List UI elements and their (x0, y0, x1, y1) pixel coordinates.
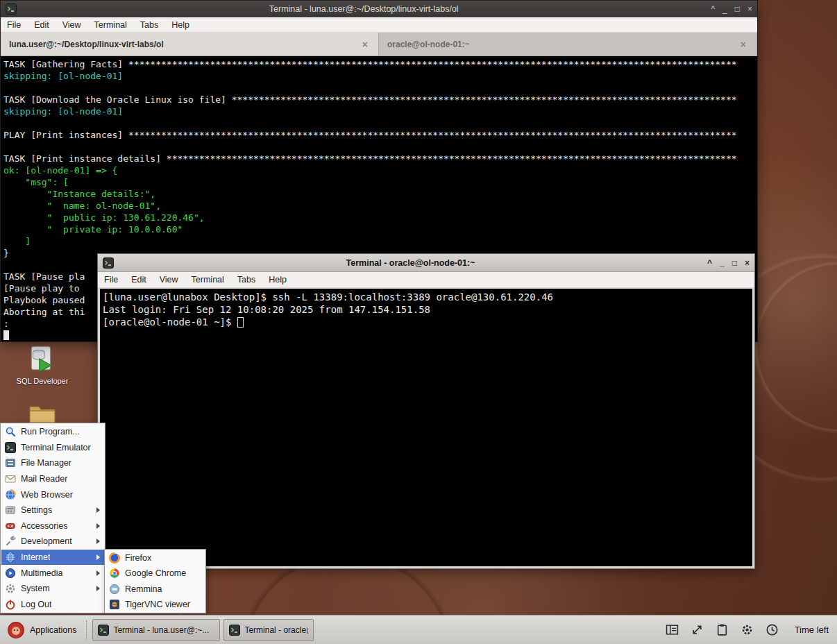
menu-item-firefox[interactable]: Firefox (105, 550, 205, 566)
applications-icon (7, 621, 25, 639)
terminal-line: ok: [ol-node-01] => { (3, 164, 757, 176)
taskbar-window-buttons: Terminal - luna.user@:~...Terminal - ora… (92, 619, 314, 641)
window-title: Terminal - luna.user@:~/Desktop/linux-vi… (22, 4, 706, 14)
layout-icon[interactable] (666, 623, 679, 636)
menu-item-mail-reader[interactable]: Mail Reader (1, 471, 104, 487)
tab-luna-user-desktop-linux-virt-labs-ol[interactable]: luna.user@:~/Desktop/linux-virt-labs/ol× (1, 33, 379, 56)
titlebar[interactable]: Terminal - oracle@ol-node-01:~ ^_□× (98, 254, 754, 272)
internet-icon (5, 552, 16, 563)
menubar-item-file[interactable]: File (104, 275, 118, 285)
terminal-cursor (3, 330, 9, 340)
remmina-icon (109, 584, 120, 595)
menu-item-remmina[interactable]: Remmina (105, 582, 205, 597)
terminal-line: ] (3, 235, 757, 247)
menu-item-label: File Manager (21, 458, 71, 468)
window-maximize-button[interactable]: □ (732, 259, 737, 267)
terminal-line: TASK [Download the Oracle Linux iso file… (3, 94, 757, 105)
menubar-item-edit[interactable]: Edit (34, 20, 49, 30)
menu-item-development[interactable]: Development (1, 534, 104, 550)
menubar-item-tabs[interactable]: Tabs (237, 275, 255, 285)
menu-item-system[interactable]: System (1, 581, 104, 597)
menu-item-web-browser[interactable]: Web Browser (1, 486, 104, 502)
sql-developer-icon (26, 344, 58, 373)
applications-label: Applications (30, 625, 76, 635)
menu-item-label: Log Out (21, 600, 51, 609)
menu-item-label: Accessories (21, 521, 67, 531)
terminal-line: "msg": [ (3, 176, 757, 188)
terminal-line: " private ip: 10.0.0.60" (3, 223, 757, 235)
window-maximize-button[interactable]: □ (735, 5, 740, 13)
applications-menu: Run Program...Terminal EmulatorFile Mana… (0, 423, 105, 613)
menu-item-label: Internet (21, 552, 50, 562)
window-close-button[interactable]: × (747, 5, 752, 13)
terminal-icon (103, 257, 114, 269)
desktop-icon-label: SQL Developer (14, 376, 71, 387)
menu-item-label: Terminal Emulator (21, 443, 91, 452)
menubar-item-view[interactable]: View (160, 275, 178, 285)
menubar-item-view[interactable]: View (62, 20, 81, 30)
terminal-line: "Instance details:", (3, 188, 757, 200)
menubar-item-terminal[interactable]: Terminal (192, 275, 224, 285)
menu-item-label: Firefox (125, 553, 151, 563)
menubar-item-file[interactable]: File (7, 20, 21, 30)
terminal-icon (6, 3, 17, 15)
terminal-line (3, 82, 757, 94)
tab-oracle-ol-node-01[interactable]: oracle@ol-node-01:~× (379, 33, 757, 56)
menu-item-accessories[interactable]: Accessories (1, 518, 104, 534)
window-controls: ^_□× (711, 5, 752, 13)
terminal-line (3, 141, 757, 153)
accessories-icon (5, 520, 16, 532)
menu-item-label: Settings (21, 505, 52, 515)
terminal-line (3, 117, 757, 129)
window-rollup-button[interactable]: ^ (707, 259, 712, 267)
menu-item-file-manager[interactable]: File Manager (1, 455, 104, 471)
menu-item-run-program[interactable]: Run Program... (1, 424, 104, 440)
menubar: FileEditViewTerminalTabsHelp (98, 272, 754, 288)
menubar-item-help[interactable]: Help (269, 275, 287, 285)
web-browser-icon (5, 489, 16, 500)
taskbar-button-label: Terminal - oracle@ol-no... (244, 625, 308, 635)
menubar: FileEditViewTerminalTabsHelp (1, 17, 757, 33)
window-rollup-button[interactable]: ^ (711, 5, 715, 13)
terminal-window-oracle: Terminal - oracle@ol-node-01:~ ^_□× File… (97, 253, 755, 569)
menu-item-settings[interactable]: Settings (1, 502, 104, 518)
desktop-icon-sql-developer[interactable]: SQL Developer (14, 344, 71, 387)
menubar-item-edit[interactable]: Edit (131, 275, 146, 285)
titlebar[interactable]: Terminal - luna.user@:~/Desktop/linux-vi… (1, 1, 757, 17)
resize-icon[interactable] (691, 623, 704, 636)
menu-item-internet[interactable]: Internet (1, 550, 104, 566)
menu-item-tigervnc-viewer[interactable]: TigerVNC viewer (105, 597, 205, 612)
submenu-arrow-icon (96, 586, 100, 591)
firefox-icon (109, 552, 120, 564)
window-close-button[interactable]: × (745, 259, 750, 267)
taskbar: Applications Terminal - luna.user@:~...T… (0, 615, 837, 644)
tab-label: luna.user@:~/Desktop/linux-virt-labs/ol (9, 40, 360, 49)
file-manager-icon (5, 457, 16, 468)
clipboard-icon[interactable] (716, 623, 729, 636)
applications-button[interactable]: Applications (3, 619, 81, 641)
menu-item-log-out[interactable]: Log Out (1, 597, 104, 613)
clock-icon[interactable] (766, 623, 779, 636)
terminal-line: " name: ol-node-01", (3, 200, 757, 212)
tab-close-icon[interactable]: × (738, 39, 748, 50)
menubar-item-tabs[interactable]: Tabs (140, 20, 158, 30)
window-minimize-button[interactable]: _ (720, 259, 725, 267)
gear-icon[interactable] (741, 623, 754, 636)
terminal-line: skipping: [ol-node-01] (3, 105, 757, 117)
panel-separator (86, 620, 87, 640)
menu-item-google-chrome[interactable]: Google Chrome (105, 566, 205, 581)
taskbar-button-terminal-oracle-ol-no[interactable]: Terminal - oracle@ol-no... (223, 619, 314, 641)
menu-item-terminal-emulator[interactable]: Terminal Emulator (1, 440, 104, 456)
terminal-output-oracle[interactable]: [luna.user@lunabox Desktop]$ ssh -L 1338… (100, 289, 752, 566)
terminal-line: [oracle@ol-node-01 ~]$ (103, 316, 752, 328)
window-minimize-button[interactable]: _ (722, 5, 727, 13)
internet-submenu: FirefoxGoogle ChromeRemminaTigerVNC view… (104, 549, 206, 613)
terminal-line: TASK [Gathering Facts] *****************… (3, 58, 757, 70)
menubar-item-terminal[interactable]: Terminal (94, 20, 127, 30)
taskbar-button-terminal-luna-user[interactable]: Terminal - luna.user@:~... (92, 619, 220, 641)
menu-item-label: TigerVNC viewer (125, 600, 190, 609)
tab-close-icon[interactable]: × (360, 39, 370, 50)
menu-item-label: Development (21, 536, 72, 546)
menu-item-multimedia[interactable]: Multimedia (1, 565, 104, 581)
menubar-item-help[interactable]: Help (171, 20, 189, 30)
